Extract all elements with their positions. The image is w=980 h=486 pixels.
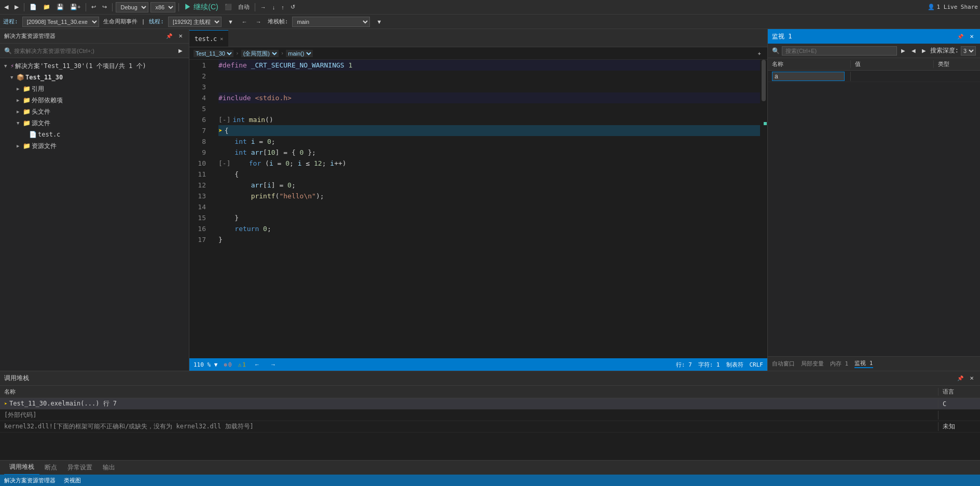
code-area[interactable]: #define _CRT_SECURE_NO_WARNINGS 1 #inclu…	[214, 60, 760, 358]
callstack-row-3[interactable]: kernel32.dll![下面的框架可能不正确和/或缺失，没有为 kernel…	[0, 421, 980, 433]
stop-button[interactable]: ⬛	[223, 3, 234, 11]
editor-area: test.c ✕ Test_11_30 › (全局范围) › main() + …	[189, 29, 767, 371]
platform-dropdown[interactable]: x86	[150, 2, 175, 12]
new-file-button[interactable]: 📄	[27, 3, 39, 11]
line-num-16: 16	[189, 223, 210, 234]
tree-item-sources[interactable]: ▼ 📁 源文件	[0, 117, 189, 129]
thread-nav-right[interactable]: →	[254, 18, 264, 26]
tab-testc[interactable]: test.c ✕	[189, 30, 228, 47]
scrollbar-thumb[interactable]	[762, 60, 766, 101]
redo-button[interactable]: ↪	[100, 3, 109, 11]
process-dropdown[interactable]: [20908] Test_11_30.exe	[22, 17, 99, 27]
search-icon: 🔍	[772, 47, 780, 55]
nav-next-button[interactable]: →	[268, 360, 278, 369]
line-num-1: 1	[189, 60, 210, 71]
bottom-pin-button[interactable]: 📌	[955, 374, 965, 382]
project-item[interactable]: ▼ 📦 Test_11_30	[0, 72, 189, 83]
ext-folder-icon: 📁	[23, 97, 31, 104]
callstack-row-3-lang: 未知	[938, 422, 980, 431]
watch-panel: 监视 1 📌 ✕ 🔍 ▶ ◀ ▶ 搜索深度: 3 名称 值 类型	[767, 29, 980, 371]
watch-search-button[interactable]: ▶	[899, 47, 907, 55]
solution-explorer-link[interactable]: 解决方案资源管理器	[4, 477, 56, 484]
line-num-17: 17	[189, 234, 210, 245]
watch-name-input[interactable]	[772, 72, 845, 81]
tree-item-references[interactable]: ▶ 📁 引用	[0, 83, 189, 95]
callstack-row-2-name: [外部代码]	[0, 411, 938, 420]
watch-search-input[interactable]	[782, 46, 897, 56]
step-over-button[interactable]: →	[258, 3, 268, 11]
debug-config-dropdown[interactable]: Debug	[116, 2, 148, 12]
debug-tab-callstack[interactable]: 调用堆栈	[4, 461, 39, 475]
watch-pin-button[interactable]: 📌	[955, 33, 965, 40]
watch-toolbar: 🔍 ▶ ◀ ▶ 搜索深度: 3	[768, 44, 980, 58]
stack-dropdown[interactable]: main	[292, 17, 370, 27]
undo-button[interactable]: ↩	[89, 3, 98, 11]
continue-button[interactable]: ▶ 继续(C)	[182, 2, 220, 13]
sidebar-search-input[interactable]	[14, 48, 174, 54]
debug-tab-exception[interactable]: 异常设置	[62, 461, 98, 475]
breadcrumb-file-select[interactable]: Test_11_30	[194, 50, 233, 57]
sidebar-header: 解决方案资源管理器 📌 ✕	[0, 29, 189, 44]
warning-count[interactable]: ⚠ 1	[238, 361, 246, 368]
sidebar-pin-button[interactable]: 📌	[164, 32, 174, 40]
auto-window-tab[interactable]: 自动窗口	[772, 360, 795, 368]
auto-label: 自动	[238, 3, 250, 11]
line-num-5: 5	[189, 103, 210, 114]
live-share-label[interactable]: 1 Live Share	[937, 4, 978, 10]
locals-tab[interactable]: 局部变量	[801, 360, 824, 368]
tree-item-testc[interactable]: 📄 test.c	[0, 129, 189, 140]
class-view-link[interactable]: 类视图	[64, 477, 81, 484]
memory-tab[interactable]: 内存 1	[830, 360, 848, 368]
editor-scrollbar[interactable]	[760, 60, 767, 358]
collapse-icon-10[interactable]: [-]	[218, 158, 230, 169]
line-numbers: 1 2 3 4 5 6 7 8 9 10 11 12 13 14 15 16 1…	[189, 60, 214, 358]
watch-nav-left[interactable]: ◀	[909, 47, 918, 55]
collapse-icon-6[interactable]: [-]	[218, 114, 230, 125]
debug-tab-output[interactable]: 输出	[98, 461, 120, 475]
separator-2	[86, 3, 86, 11]
callstack-row-2[interactable]: [外部代码]	[0, 410, 980, 421]
thread-dropdown[interactable]: [19292] 主线程	[168, 17, 222, 27]
row-info: 行: 7	[676, 361, 692, 369]
watch-close-button[interactable]: ✕	[968, 33, 976, 40]
sidebar-close-button[interactable]: ✕	[176, 32, 185, 40]
zoom-item[interactable]: 110 % ▼	[194, 361, 217, 368]
save-all-button[interactable]: 💾+	[68, 3, 82, 11]
step-into-button[interactable]: ↓	[270, 3, 278, 11]
save-button[interactable]: 💾	[54, 3, 66, 11]
breadcrumb-scope-select[interactable]: (全局范围)	[241, 50, 279, 57]
thread-nav-left[interactable]: ←	[240, 18, 250, 26]
watch1-tab[interactable]: 监视 1	[854, 359, 873, 368]
stack-expand[interactable]: ▼	[374, 18, 384, 26]
forward-button[interactable]: ▶	[12, 3, 21, 11]
code-line-14	[218, 201, 760, 212]
watch-cell-name-1[interactable]	[768, 72, 851, 81]
tree-area: ▼ ⚡ 解决方案'Test_11_30'(1 个项目/共 1 个) ▼ 📦 Te…	[0, 58, 189, 371]
tab-close-button[interactable]: ✕	[220, 36, 223, 42]
breadcrumb-func-select[interactable]: main()	[286, 50, 313, 57]
nav-prev-button[interactable]: ←	[252, 360, 262, 369]
bottom-panel-header: 调用堆栈 📌 ✕	[0, 371, 980, 386]
bottom-close-button[interactable]: ✕	[968, 374, 976, 382]
tab-testc-label: test.c	[195, 35, 217, 43]
zoom-dropdown-arrow[interactable]: ▼	[214, 361, 218, 368]
open-button[interactable]: 📁	[41, 3, 52, 11]
src-folder-icon: 📁	[23, 119, 31, 127]
error-count[interactable]: ⊗ 0	[224, 361, 231, 368]
debug-tab-breakpoints[interactable]: 断点	[39, 461, 62, 475]
col-info: 字符: 1	[698, 361, 720, 369]
callstack-row-1[interactable]: ➤ Test_11_30.exelmain(...) 行 7 C	[0, 398, 980, 410]
tree-item-external[interactable]: ▶ 📁 外部依赖项	[0, 95, 189, 106]
editor-tabs: test.c ✕	[189, 29, 767, 47]
thread-filter-button[interactable]: ▼	[226, 18, 236, 26]
search-submit-button[interactable]: ▶	[176, 47, 185, 55]
watch-nav-right[interactable]: ▶	[920, 47, 928, 55]
tree-item-headers[interactable]: ▶ 📁 头文件	[0, 106, 189, 117]
breadcrumb-add-button[interactable]: +	[756, 49, 763, 58]
restart-button[interactable]: ↺	[288, 3, 297, 11]
depth-select[interactable]: 3	[961, 46, 976, 56]
solution-item[interactable]: ▼ ⚡ 解决方案'Test_11_30'(1 个项目/共 1 个)	[0, 60, 189, 72]
step-out-button[interactable]: ↑	[279, 3, 286, 11]
back-button[interactable]: ◀	[2, 3, 10, 11]
tree-item-resources[interactable]: ▶ 📁 资源文件	[0, 140, 189, 152]
